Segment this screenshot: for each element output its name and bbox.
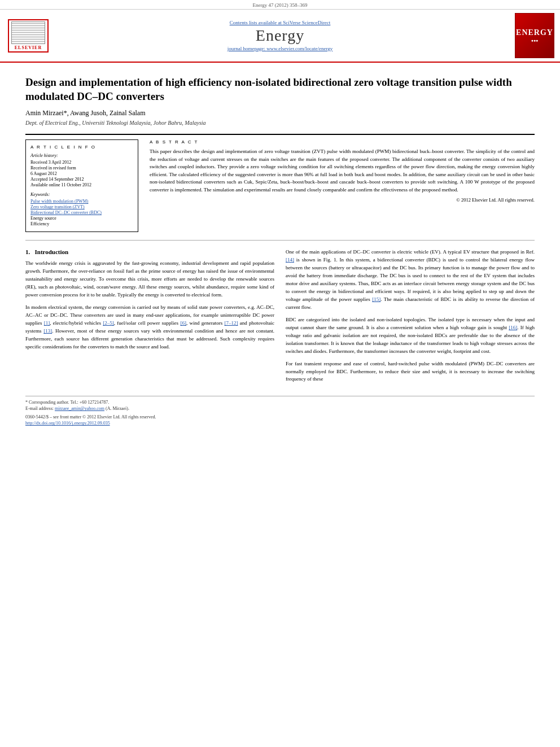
intro-para2: In modern electrical system, the energy … [25, 304, 274, 351]
keyword-4: Energy source [30, 216, 133, 221]
footer-inner: * Corresponding author. Tel.: +60 127214… [25, 400, 535, 426]
journal-citation: Energy 47 (2012) 358–369 [252, 2, 307, 8]
email-suffix: (A. Mirzaei). [106, 406, 129, 411]
top-bar: Energy 47 (2012) 358–369 [0, 0, 560, 10]
journal-title: Energy [51, 27, 509, 45]
ref-1[interactable]: [1] [44, 320, 50, 326]
ref-14[interactable]: [14] [286, 257, 294, 263]
intro-heading: 1. Introduction [25, 248, 274, 255]
online-date: Available online 11 October 2012 [30, 182, 133, 187]
homepage-link[interactable]: www.elsevier.com/locate/energy [266, 46, 333, 51]
revised-date: 6 August 2012 [30, 171, 133, 176]
elsevier-logo: ELSEVIER [6, 19, 51, 53]
article-info-col: A R T I C L E I N F O Article history: R… [25, 139, 138, 232]
doi-link[interactable]: http://dx.doi.org/10.1016/j.energy.2012.… [25, 421, 535, 426]
journal-homepage-line: journal homepage: www.elsevier.com/locat… [51, 46, 509, 51]
homepage-prefix: journal homepage: [228, 46, 266, 51]
corresponding-author-line: * Corresponding author. Tel.: +60 127214… [25, 400, 535, 405]
intro-para4: BDC are categorized into the isolated an… [286, 316, 535, 356]
corresponding-label: * Corresponding author. Tel.: +60 127214… [25, 400, 109, 405]
intro-para5: For fast transient response and ease of … [286, 360, 535, 384]
email-line: E-mail address: mirzaee_amin@yahoo.com (… [25, 406, 535, 411]
energy-badge-title: ENERGY [516, 28, 553, 37]
abstract-col: A B S T R A C T This paper describes the… [150, 139, 535, 232]
issn-doi-block: 0360-5442/$ – see front matter © 2012 El… [25, 414, 535, 426]
keywords-section: Keywords: Pulse width modulation (PWM) Z… [30, 192, 133, 226]
article-info-box: A R T I C L E I N F O Article history: R… [25, 139, 138, 232]
revised-label: Received in revised form [30, 165, 133, 171]
history-label: Article history: [30, 153, 133, 158]
article-info-heading: A R T I C L E I N F O [30, 145, 133, 150]
ref-13[interactable]: [13] [43, 328, 52, 334]
authors: Amin Mirzaei*, Awang Jusoh, Zainal Salam [25, 109, 535, 117]
energy-badge: ENERGY ●●● [515, 13, 554, 58]
abstract-text: This paper describes the design and impl… [150, 148, 535, 194]
received-date: Received 3 April 2012 [30, 160, 133, 165]
intro-title: Introduction [35, 248, 69, 255]
keyword-3[interactable]: Bidirectional DC–DC converter (BDC) [30, 210, 133, 215]
article-title: Design and implementation of high effici… [25, 76, 535, 103]
logo-box: ELSEVIER [8, 19, 49, 53]
intro-para3: One of the main applications of DC–DC co… [286, 248, 535, 312]
ref-6[interactable]: [6] [180, 320, 186, 326]
footer-left: * Corresponding author. Tel.: +60 127214… [25, 400, 535, 426]
keywords-label: Keywords: [30, 192, 133, 197]
ref-7-12[interactable]: [7–12] [224, 320, 238, 326]
journal-logo-right: ENERGY ●●● [509, 13, 554, 58]
sciverse-line: Contents lists available at SciVerse Sci… [51, 20, 509, 25]
info-abstract-row: A R T I C L E I N F O Article history: R… [25, 139, 535, 232]
logo-image [11, 21, 45, 44]
intro-para1: The worldwide energy crisis is aggravate… [25, 260, 274, 299]
introduction-section: 1. Introduction The worldwide energy cri… [25, 248, 535, 388]
abstract-heading: A B S T R A C T [150, 139, 535, 145]
sciverse-prefix: Contents lists available at [230, 20, 283, 25]
keyword-2[interactable]: Zero voltage transition (ZVT) [30, 204, 133, 209]
keyword-1[interactable]: Pulse width modulation (PWM) [30, 199, 133, 204]
intro-left: 1. Introduction The worldwide energy cri… [25, 248, 274, 388]
copyright-line: © 2012 Elsevier Ltd. All rights reserved… [150, 197, 535, 203]
body-divider [25, 240, 535, 241]
journal-center: Contents lists available at SciVerse Sci… [51, 20, 509, 51]
sciverse-link-text[interactable]: SciVerse ScienceDirect [283, 20, 330, 25]
ref-15[interactable]: [15] [372, 296, 380, 302]
article-content: Design and implementation of high effici… [0, 63, 560, 434]
intro-number: 1. [25, 248, 30, 255]
footer-area: * Corresponding author. Tel.: +60 127214… [25, 396, 535, 426]
intro-right: One of the main applications of DC–DC co… [286, 248, 535, 388]
section-divider [25, 134, 535, 135]
keyword-5: Efficiency [30, 221, 133, 226]
affiliation: Dept. of Electrical Eng., Universiti Tek… [25, 120, 535, 126]
ref-16[interactable]: [16] [509, 325, 517, 330]
issn-line: 0360-5442/$ – see front matter © 2012 El… [25, 414, 535, 420]
energy-badge-subtitle: ●●● [531, 38, 539, 43]
ref-2-5[interactable]: [2–5] [103, 320, 114, 326]
journal-header: ELSEVIER Contents lists available at Sci… [0, 10, 560, 63]
elsevier-text: ELSEVIER [15, 45, 42, 50]
email-prefix: E-mail address: [25, 406, 55, 411]
email-address[interactable]: mirzaee_amin@yahoo.com [55, 406, 104, 411]
accepted-date: Accepted 14 September 2012 [30, 177, 133, 182]
